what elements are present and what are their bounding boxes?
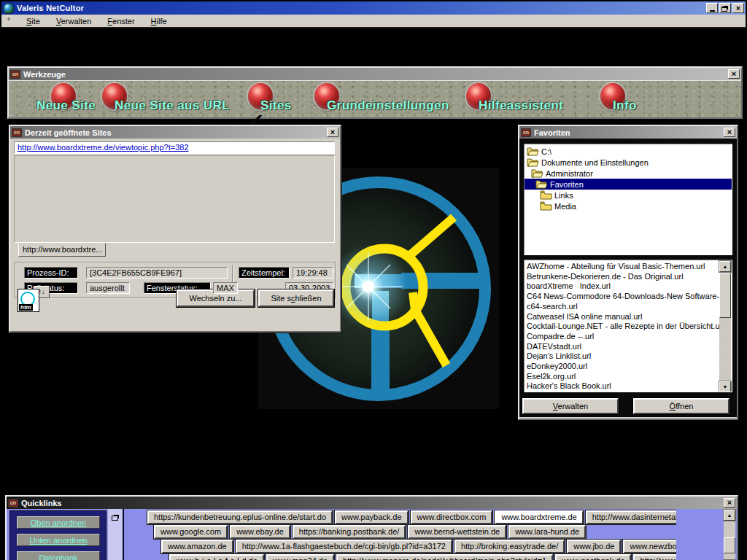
quicklink-chip[interactable]: http://www.dasinternetabscha bbox=[586, 510, 676, 524]
favoriten-titlebar[interactable]: cn Favoriten × bbox=[519, 126, 737, 139]
scroll-thumb[interactable] bbox=[724, 537, 735, 553]
quicklink-chip[interactable]: www.google.com bbox=[154, 525, 228, 539]
scroll-thumb[interactable] bbox=[719, 273, 731, 318]
restore-window-icon[interactable] bbox=[112, 516, 118, 521]
tree-item-label: Links bbox=[554, 191, 573, 200]
favorite-file-item[interactable]: eDonkey2000.url bbox=[527, 362, 719, 372]
werkzeuge-window: cn Werkzeuge × Neue SiteNeue Site aus UR… bbox=[7, 66, 743, 119]
restore-icon bbox=[721, 7, 727, 12]
tree-item-media[interactable]: Media bbox=[525, 201, 732, 211]
werkzeuge-close-button[interactable]: × bbox=[728, 69, 740, 79]
toolbar-item-label: Neue Site bbox=[36, 98, 96, 113]
menu-item-verwalten[interactable]: Verwalten bbox=[56, 17, 91, 26]
quicklink-chip[interactable]: http://broking.easytrade.de/ bbox=[454, 540, 565, 553]
tree-item-dokumente-und-einstellungen[interactable]: Dokumente und Einstellungen bbox=[525, 157, 732, 168]
favorite-file-item[interactable]: Betrunkene-Dekorieren.de - Das Original.… bbox=[527, 272, 719, 282]
verwalten-button[interactable]: Verwalten bbox=[522, 398, 619, 414]
site-schliessen-button[interactable]: Site schließen bbox=[258, 289, 334, 307]
toolbar-item-label: Grundeinstellungen bbox=[327, 98, 449, 113]
quicklink-chip[interactable]: www.amazon.de bbox=[161, 540, 233, 553]
quicklink-chip[interactable]: https://banking.postbank.de/ bbox=[293, 525, 406, 539]
favorite-file-item[interactable]: Cocktail-Lounge.NET - alle Rezepte in de… bbox=[527, 322, 719, 332]
quicklink-chip[interactable]: www.boardxtreme.de bbox=[495, 510, 583, 524]
quicklink-chip[interactable]: www.payback.de bbox=[335, 510, 409, 524]
quicklink-chip[interactable]: www.bernd-wettstein.de bbox=[408, 525, 506, 539]
quicklinks-window: cn Quicklinks × Oben anordnenUnten anord… bbox=[5, 495, 738, 560]
folder-closed-icon bbox=[540, 190, 552, 200]
quicklink-chip[interactable]: www.jbo.de bbox=[567, 540, 621, 553]
quicklink-chip[interactable]: www.ebay.de bbox=[230, 525, 290, 539]
favorite-file-item[interactable]: C64 News-Commodore 64-Downloads-New Soft… bbox=[527, 292, 719, 302]
minimize-button[interactable] bbox=[706, 3, 718, 13]
quicklink-chip[interactable]: https://kundenbetreuung.eplus-online.de/… bbox=[147, 510, 333, 524]
quicklink-chip[interactable]: http://www.mapero.de/nodsl/wbboard/main.… bbox=[336, 554, 553, 560]
oeffnen-button[interactable]: Öffnen bbox=[633, 398, 729, 414]
favorite-file-item[interactable]: Catweasel ISA online manual.url bbox=[527, 312, 719, 322]
menu-bar: ° SiteVerwaltenFensterHilfe bbox=[1, 15, 746, 28]
valeris-netcultor-app: { "app": { "title": "Valeris NetCultor",… bbox=[0, 0, 747, 560]
favorite-file-item[interactable]: AWZhome - Abteilung für Visual Basic-The… bbox=[527, 262, 719, 272]
favoriten-window: cn Favoriten × C:\Dokumente und Einstell… bbox=[518, 125, 738, 420]
window-icon: cn bbox=[8, 499, 18, 508]
quicklinks-button-datenbank[interactable]: Datenbank bbox=[17, 551, 100, 560]
scroll-up-button[interactable]: ▲ bbox=[719, 261, 731, 272]
quicklink-chip[interactable]: http://www.1a-flashgaestebuch.de/cgi-bin… bbox=[236, 540, 452, 553]
zeitstempel-label: Zeitstempel: bbox=[239, 267, 290, 279]
quicklinks-row: www.b-i-e-l-e-f-e-l-d.dewww.map24.dehttp… bbox=[169, 553, 676, 560]
menu-item-site[interactable]: Site bbox=[26, 17, 40, 26]
favorite-file-item[interactable]: Dejan's Linklist.url bbox=[527, 351, 719, 362]
window-icon: cn bbox=[10, 70, 20, 79]
quicklink-chip[interactable]: www.directbox.com bbox=[411, 510, 493, 524]
favorite-file-item[interactable]: Esel2k.org.url bbox=[527, 372, 719, 382]
mdi-client-area: cn Werkzeuge × Neue SiteNeue Site aus UR… bbox=[1, 30, 746, 559]
site-type-icon[interactable]: ↑↓ htm bbox=[18, 286, 51, 314]
quicklinks-button-oben-anordnen[interactable]: Oben anordnen bbox=[17, 516, 100, 529]
favorite-file-item[interactable]: DATEVstadt.url bbox=[527, 342, 719, 352]
quicklinks-scrollbar[interactable]: ▲ ▼ bbox=[724, 510, 735, 560]
site-url-field[interactable]: http://www.boardxtreme.de/viewtopic.php?… bbox=[14, 141, 335, 154]
site-url-link[interactable]: http://www.boardxtreme.de/viewtopic.php?… bbox=[18, 143, 189, 152]
favorite-file-item[interactable]: Hacker's Black Book.url bbox=[527, 381, 719, 392]
quicklinks-titlebar[interactable]: cn Quicklinks × bbox=[7, 497, 737, 509]
main-titlebar[interactable]: Valeris NetCultor × bbox=[1, 1, 746, 15]
tree-item-c-[interactable]: C:\ bbox=[525, 146, 732, 157]
time-value: 19:29:48 bbox=[293, 267, 333, 279]
tree-item-links[interactable]: Links bbox=[525, 190, 732, 201]
site-tab[interactable]: http://www.boardxtre... bbox=[18, 243, 106, 257]
menu-item-fenster[interactable]: Fenster bbox=[107, 17, 134, 26]
toolbar-item-label: Info bbox=[613, 98, 637, 113]
favorite-file-item[interactable]: Compadre.de --.url bbox=[527, 332, 719, 342]
quicklinks-button-unten-anordnen[interactable]: Unten anordnen bbox=[17, 534, 100, 546]
favorite-file-item[interactable]: c64-search.url bbox=[527, 302, 719, 312]
scroll-down-button[interactable]: ▼ bbox=[719, 381, 731, 392]
tree-item-label: C:\ bbox=[541, 147, 551, 156]
folder-open-icon bbox=[527, 147, 539, 156]
quicklinks-strip bbox=[108, 509, 124, 560]
quicklinks-close-button[interactable]: × bbox=[724, 498, 735, 508]
tree-item-favoriten[interactable]: Favoriten bbox=[525, 179, 732, 190]
quicklink-chip[interactable]: www.newzbot.com bbox=[623, 540, 676, 553]
favorites-file-list: AWZhome - Abteilung für Visual Basic-The… bbox=[524, 260, 732, 392]
favoriten-close-button[interactable]: × bbox=[724, 128, 735, 137]
prozess-id-value: [3C4E2FB655CB9FE967] bbox=[86, 267, 228, 279]
werkzeuge-titlebar[interactable]: cn Werkzeuge × bbox=[9, 68, 741, 80]
close-button[interactable]: × bbox=[732, 3, 744, 13]
quicklink-chip[interactable]: www.b-i-e-l-e-f-e-l-d.de bbox=[169, 554, 264, 560]
restore-button[interactable] bbox=[719, 3, 731, 13]
quicklink-chip[interactable]: www.map24.de bbox=[266, 554, 334, 560]
app-icon bbox=[3, 3, 14, 14]
scroll-up-button[interactable]: ▲ bbox=[724, 510, 735, 521]
tree-item-label: Dokumente und Einstellungen bbox=[541, 158, 649, 167]
quicklinks-row: www.google.comwww.ebay.dehttps://banking… bbox=[154, 524, 588, 538]
window-icon: cn bbox=[12, 128, 22, 137]
quicklink-chip[interactable]: www.postbank.de bbox=[555, 554, 631, 560]
menu-item-hilfe[interactable]: Hilfe bbox=[151, 17, 167, 26]
tree-item-administrator[interactable]: Administrator bbox=[525, 168, 732, 179]
favorites-scrollbar[interactable]: ▲ ▼ bbox=[719, 261, 731, 392]
open-sites-close-button[interactable]: × bbox=[327, 128, 338, 137]
quicklink-chip[interactable]: http://www.mulh bbox=[633, 554, 676, 560]
open-sites-titlebar[interactable]: cn Derzeit geöffnete Sites × bbox=[10, 126, 340, 139]
favorite-file-item[interactable]: boardXtreme Index.url bbox=[527, 281, 719, 292]
quicklink-chip[interactable]: www.lara-hund.de bbox=[508, 525, 586, 539]
folder-open-icon bbox=[527, 158, 539, 167]
